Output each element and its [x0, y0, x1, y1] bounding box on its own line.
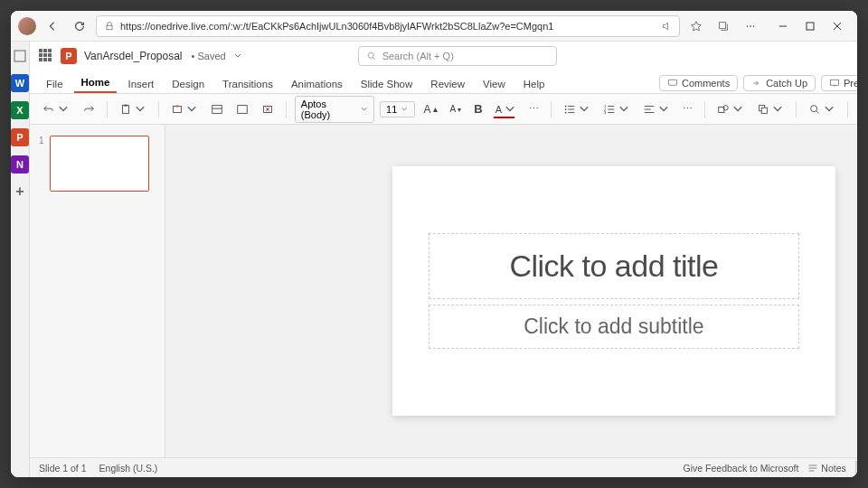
tab-file[interactable]: File [39, 75, 71, 93]
increase-font-button[interactable]: A▴ [420, 100, 441, 118]
more-font-button[interactable]: ⋯ [525, 100, 542, 117]
svg-point-17 [565, 105, 567, 107]
thumbnail-item[interactable]: 1 [39, 136, 156, 192]
svg-rect-9 [668, 80, 676, 85]
shapes-button[interactable] [713, 100, 748, 118]
slide[interactable]: Click to add title Click to add subtitle [392, 166, 835, 416]
svg-point-27 [810, 105, 816, 111]
app-content: W X P N + P VanArsdel_Proposal • Saved S… [11, 42, 857, 477]
url-text: https://onedrive.live.com/:w:/t/EaCKkPs6… [120, 21, 656, 32]
svg-point-18 [565, 108, 567, 110]
window-controls [770, 15, 850, 37]
tab-insert[interactable]: Insert [120, 75, 161, 93]
home-icon[interactable] [11, 47, 29, 65]
tab-home[interactable]: Home [74, 73, 118, 93]
ribbon-right: Comments Catch Up Present Editing Share [659, 75, 857, 93]
close-button[interactable] [825, 15, 850, 37]
more-paragraph-button[interactable]: ⋯ [679, 100, 696, 117]
reset-button[interactable] [232, 100, 252, 118]
status-bar: Slide 1 of 1 English (U.S.) Give Feedbac… [30, 457, 857, 477]
lock-icon [104, 21, 115, 32]
svg-point-7 [368, 52, 373, 58]
document-name[interactable]: VanArsdel_Proposal [84, 50, 183, 62]
layout-button[interactable] [207, 100, 227, 118]
svg-rect-26 [761, 108, 767, 113]
find-button[interactable] [805, 100, 839, 118]
app-main: P VanArsdel_Proposal • Saved Search (Alt… [30, 42, 857, 477]
profile-avatar[interactable] [18, 17, 36, 35]
tab-slideshow[interactable]: Slide Show [354, 75, 420, 93]
svg-rect-10 [831, 80, 839, 85]
search-placeholder: Search (Alt + Q) [382, 51, 454, 61]
favorite-button[interactable] [685, 15, 707, 37]
normal-view-button[interactable] [855, 461, 857, 475]
present-button[interactable]: Present [821, 75, 857, 91]
back-button[interactable] [42, 15, 63, 37]
new-slide-button[interactable] [167, 100, 202, 118]
url-bar[interactable]: https://onedrive.live.com/:w:/t/EaCKkPs6… [96, 15, 680, 37]
font-select[interactable]: Aptos (Body) [295, 96, 374, 123]
delete-slide-button[interactable] [258, 100, 278, 118]
svg-rect-14 [212, 105, 222, 113]
align-button[interactable] [639, 100, 674, 118]
bullets-button[interactable] [560, 100, 594, 118]
slide-canvas[interactable]: Click to add title Click to add subtitle… [165, 125, 857, 457]
work-area: 1 Click to add title Click to add subtit… [30, 125, 857, 457]
feedback-link[interactable]: Give Feedback to Microsoft [684, 463, 799, 474]
onenote-icon[interactable]: N [11, 155, 29, 174]
svg-point-19 [565, 111, 567, 113]
word-icon[interactable]: W [11, 74, 29, 92]
catchup-button[interactable]: Catch Up [743, 75, 816, 91]
language-status[interactable]: English (U.S.) [99, 463, 158, 474]
read-aloud-icon[interactable] [661, 21, 672, 32]
subtitle-placeholder[interactable]: Click to add subtitle [429, 305, 799, 349]
tab-design[interactable]: Design [165, 75, 212, 93]
status-right: Give Feedback to Microsoft Notes − + 100… [684, 461, 857, 475]
add-app-icon[interactable]: + [11, 183, 29, 201]
app-launcher-icon[interactable] [39, 49, 53, 63]
minimize-button[interactable] [770, 15, 796, 37]
svg-point-4 [753, 25, 755, 27]
thumbnail-preview[interactable] [50, 136, 149, 192]
svg-rect-12 [124, 104, 127, 106]
tab-help[interactable]: Help [516, 75, 552, 93]
font-color-button[interactable]: A [492, 100, 520, 118]
svg-point-2 [747, 25, 749, 27]
comments-button[interactable]: Comments [659, 75, 738, 91]
thumbnail-pane[interactable]: 1 [30, 125, 165, 457]
undo-button[interactable] [39, 100, 73, 118]
collections-button[interactable] [712, 15, 734, 37]
svg-rect-6 [14, 51, 25, 61]
numbering-button[interactable]: 123 [599, 100, 634, 118]
powerpoint-icon[interactable]: P [11, 128, 29, 146]
svg-rect-5 [807, 23, 814, 30]
arrange-button[interactable] [753, 100, 788, 118]
paste-button[interactable] [116, 100, 150, 118]
view-buttons [855, 461, 857, 475]
title-placeholder[interactable]: Click to add title [429, 233, 799, 299]
svg-point-3 [750, 25, 751, 27]
excel-icon[interactable]: X [11, 101, 29, 119]
chevron-down-icon[interactable] [233, 52, 242, 61]
bold-button[interactable]: B [470, 99, 486, 118]
font-size-select[interactable]: 11 [380, 101, 415, 117]
more-button[interactable] [740, 15, 761, 37]
slide-count[interactable]: Slide 1 of 1 [39, 463, 87, 474]
tab-transitions[interactable]: Transitions [215, 75, 280, 93]
dictate-button[interactable] [856, 100, 857, 118]
search-input[interactable]: Search (Alt + Q) [358, 46, 557, 66]
decrease-font-button[interactable]: A▾ [447, 101, 466, 117]
app-window: https://onedrive.live.com/:w:/t/EaCKkPs6… [11, 11, 857, 477]
notes-button[interactable]: Notes [807, 463, 845, 474]
svg-rect-1 [720, 22, 726, 28]
tab-view[interactable]: View [476, 75, 513, 93]
maximize-button[interactable] [797, 15, 823, 37]
svg-rect-11 [122, 105, 128, 113]
browser-bar: https://onedrive.live.com/:w:/t/EaCKkPs6… [11, 11, 857, 42]
refresh-button[interactable] [69, 15, 90, 37]
redo-button[interactable] [79, 100, 99, 118]
svg-text:3: 3 [604, 110, 607, 115]
tab-review[interactable]: Review [423, 75, 472, 93]
ribbon-tabs: File Home Insert Design Transitions Anim… [30, 70, 857, 94]
tab-animations[interactable]: Animations [284, 75, 350, 93]
